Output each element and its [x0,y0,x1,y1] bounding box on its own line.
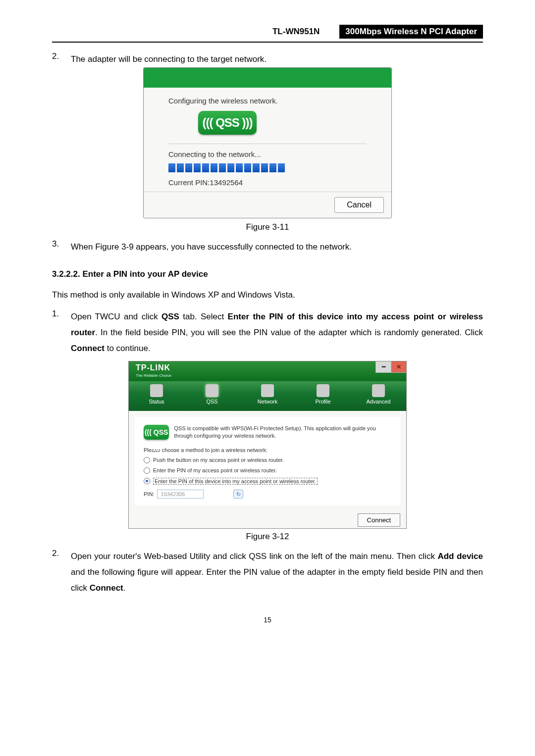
tab-label: Network [240,399,295,404]
configuring-label: Configuring the wireless network. [168,97,367,105]
connect-button[interactable]: Connect [358,513,400,527]
tab-label: Profile [295,399,351,404]
configuring-dialog: Configuring the wireless network. ((( QS… [143,67,392,218]
tab-profile[interactable]: Profile [295,381,351,411]
brand-logo: TP-LINK [136,363,170,372]
profile-icon [317,384,329,397]
twcu-window: TP-LINK The Reliable Choice ━ ✕ Status Q… [128,361,407,529]
figure-caption: Figure 3-12 [52,532,483,542]
tab-qss[interactable]: QSS [184,381,240,411]
tab-network[interactable]: Network [240,381,295,411]
twcu-titlebar: TP-LINK The Reliable Choice ━ ✕ [129,361,406,381]
section-heading: 3.2.2.2. Enter a PIN into your AP device [52,269,483,279]
radio-icon [144,478,150,484]
connecting-label: Connecting to the network... [168,150,367,158]
product-name: 300Mbps Wireless N PCI Adapter [339,25,483,39]
option-label: Enter the PIN of this device into my acc… [153,478,318,485]
minimize-icon[interactable]: ━ [375,361,391,373]
list-number: 2. [52,549,71,597]
step-text: When Figure 3-9 appears, you have succes… [71,239,483,255]
pin-label: PIN: [144,491,154,497]
tab-label: Status [129,399,184,404]
twcu-tabs: Status QSS Network Profile Advanced [129,381,406,411]
figure-caption: Figure 3-11 [52,222,483,232]
close-icon[interactable]: ✕ [391,361,406,373]
qss-intro-text: QSS is compatible with WPS(Wi-Fi Protect… [174,425,391,440]
method-note: This method is only available in Windows… [52,287,483,303]
document-header: TL-WN951N300Mbps Wireless N PCI Adapter [52,25,483,43]
option-push-button[interactable]: Push the button on my access point or wi… [144,457,391,463]
status-icon [150,384,163,397]
refresh-pin-icon[interactable]: ↻ [233,490,243,499]
dialog-titlebar [144,68,391,88]
qss-logo-icon: ((( QSS ))) [144,425,169,440]
step-text: Open TWCU and click QSS tab. Select Ente… [71,309,483,357]
radio-icon [144,467,150,474]
option-label: Push the button on my access point or wi… [153,457,284,463]
pin-input[interactable]: 19342306 [157,490,204,499]
advanced-icon [372,384,385,397]
step-text: Open your router's Web-based Utility and… [71,549,483,597]
radio-icon [144,457,150,463]
tab-label: Advanced [351,399,406,404]
progress-bar [168,163,297,173]
option-label: Enter the PIN of my access point or wire… [153,467,277,473]
option-enter-device-pin[interactable]: Enter the PIN of this device into my acc… [144,478,391,485]
list-number: 2. [52,51,71,67]
tab-label: QSS [184,399,240,404]
model-number: TL-WN951N [272,27,339,36]
choose-method-label: Please choose a method to join a wireles… [144,447,391,453]
list-number: 3. [52,239,71,255]
cancel-button[interactable]: Cancel [334,197,384,213]
tab-status[interactable]: Status [129,381,184,411]
step-text: The adapter will be connecting to the ta… [71,51,483,67]
qss-tab-icon [206,384,218,397]
network-icon [261,384,274,397]
current-pin-label: Current PIN:13492564 [168,178,367,187]
option-enter-ap-pin[interactable]: Enter the PIN of my access point or wire… [144,467,391,474]
tab-advanced[interactable]: Advanced [351,381,406,411]
list-number: 1. [52,309,71,357]
page-number: 15 [52,616,483,624]
qss-logo-icon: ((( QSS ))) [198,111,257,135]
brand-tagline: The Reliable Choice [136,373,171,378]
